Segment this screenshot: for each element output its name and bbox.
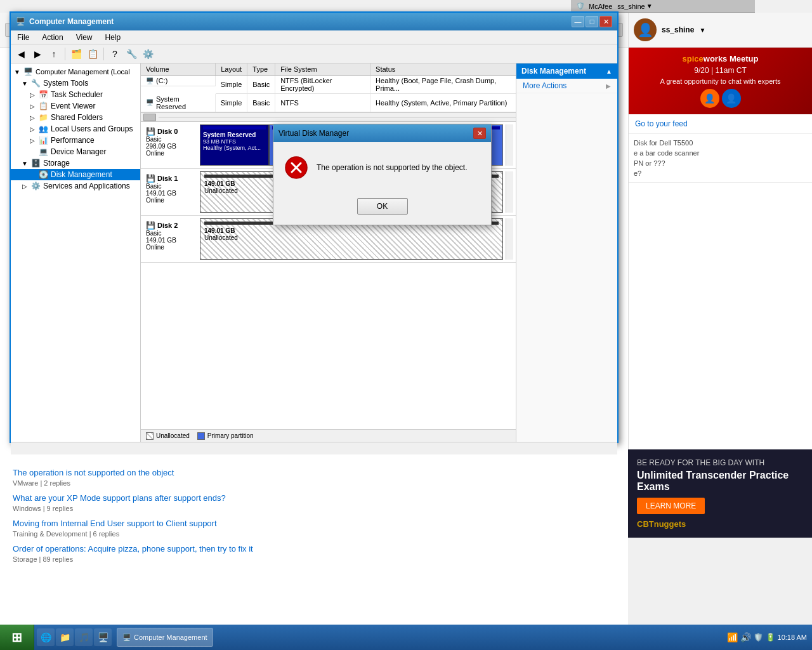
taskbar-cm-label: Computer Management [134, 633, 207, 641]
taskbar: ⊞ 🌐 📁 🎵 🖥️ 🖥️ Computer Management 📶 🔊 🛡️… [0, 625, 812, 650]
dialog-body: The operation is not supported by the ob… [273, 142, 491, 193]
dialog-title-label: Virtual Disk Manager [278, 129, 349, 138]
clock: 10:18 AM [778, 633, 807, 641]
dialog-titlebar: Virtual Disk Manager ✕ [273, 124, 491, 142]
dialog-message-text: The operation is not supported by the ob… [317, 163, 468, 172]
ie-icon[interactable]: 🌐 [37, 628, 55, 646]
taskbar-running-apps: 🖥️ Computer Management [114, 628, 722, 647]
dialog-ok-button[interactable]: OK [357, 198, 408, 215]
app-icon[interactable]: 🖥️ [94, 628, 112, 646]
start-button[interactable]: ⊞ [0, 625, 34, 650]
dialog-overlay: Virtual Disk Manager ✕ The operation is … [0, 0, 812, 650]
tray-volume-icon[interactable]: 🔊 [740, 632, 751, 642]
folder-icon[interactable]: 📁 [56, 628, 74, 646]
dialog-close-btn[interactable]: ✕ [473, 128, 486, 139]
error-svg [285, 156, 308, 179]
start-orb: ⊞ [11, 630, 22, 645]
system-tray: 📶 🔊 🛡️ 🔋 10:18 AM [722, 632, 812, 642]
dialog-error-icon [284, 155, 309, 180]
tray-battery-icon[interactable]: 🔋 [766, 633, 775, 642]
taskbar-quick-launch: 🌐 📁 🎵 🖥️ [34, 628, 114, 646]
tray-network-icon[interactable]: 📶 [727, 632, 738, 642]
tray-security-icon[interactable]: 🛡️ [754, 633, 763, 642]
virtual-disk-manager-dialog: Virtual Disk Manager ✕ The operation is … [273, 124, 492, 225]
taskbar-cm-icon: 🖥️ [122, 633, 131, 642]
dialog-content: The operation is not supported by the ob… [284, 155, 481, 180]
time-display: 10:18 AM [778, 633, 807, 641]
media-icon[interactable]: 🎵 [75, 628, 93, 646]
taskbar-cm-btn[interactable]: 🖥️ Computer Management [117, 628, 213, 647]
dialog-footer: OK [273, 193, 491, 225]
